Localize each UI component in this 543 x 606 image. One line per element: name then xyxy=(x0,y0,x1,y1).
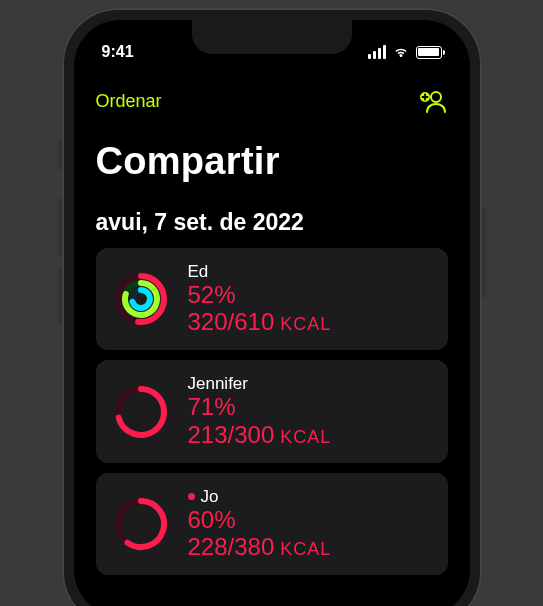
activity-rings xyxy=(112,383,170,441)
mute-switch xyxy=(58,138,62,170)
friend-info: Ed52%320/610KCAL xyxy=(188,262,332,336)
volume-up-button xyxy=(58,198,62,256)
unit-label: KCAL xyxy=(280,539,331,560)
activity-rings-icon xyxy=(112,383,170,441)
move-progress: 213/300KCAL xyxy=(188,421,332,449)
friend-name: Jo xyxy=(188,487,332,507)
phone-frame: 9:41 Ordenar xyxy=(62,8,482,606)
move-percent: 60% xyxy=(188,507,332,533)
activity-rings xyxy=(112,495,170,553)
friend-card[interactable]: Jo60%228/380KCAL xyxy=(96,473,448,575)
friend-name-label: Ed xyxy=(188,262,209,282)
status-time: 9:41 xyxy=(102,43,162,61)
volume-down-button xyxy=(58,268,62,326)
move-progress: 320/610KCAL xyxy=(188,308,332,336)
activity-rings-icon xyxy=(112,270,170,328)
move-progress: 228/380KCAL xyxy=(188,533,332,561)
friend-card[interactable]: Ed52%320/610KCAL xyxy=(96,248,448,350)
date-label: avui, 7 set. de 2022 xyxy=(96,209,448,236)
status-indicators xyxy=(368,45,442,59)
screen: 9:41 Ordenar xyxy=(74,20,470,606)
activity-rings xyxy=(112,270,170,328)
move-progress-value: 213/300 xyxy=(188,421,275,449)
move-percent: 71% xyxy=(188,394,332,420)
page-title: Compartir xyxy=(96,140,448,183)
move-progress-value: 320/610 xyxy=(188,308,275,336)
power-button xyxy=(482,208,486,298)
nav-bar: Ordenar xyxy=(96,86,448,116)
friend-info: Jo60%228/380KCAL xyxy=(188,487,332,561)
add-friend-icon[interactable] xyxy=(418,86,448,116)
friend-name-label: Jo xyxy=(201,487,219,507)
notch xyxy=(192,20,352,54)
me-indicator-dot xyxy=(188,493,195,500)
friend-name: Jennifer xyxy=(188,374,332,394)
friend-name: Ed xyxy=(188,262,332,282)
friends-list: Ed52%320/610KCALJennifer71%213/300KCALJo… xyxy=(96,248,448,575)
friend-name-label: Jennifer xyxy=(188,374,248,394)
activity-rings-icon xyxy=(112,495,170,553)
svg-point-0 xyxy=(431,92,441,102)
wifi-icon xyxy=(392,45,410,59)
unit-label: KCAL xyxy=(280,427,331,448)
cellular-signal-icon xyxy=(368,45,386,59)
friend-info: Jennifer71%213/300KCAL xyxy=(188,374,332,448)
move-progress-value: 228/380 xyxy=(188,533,275,561)
move-percent: 52% xyxy=(188,282,332,308)
friend-card[interactable]: Jennifer71%213/300KCAL xyxy=(96,360,448,462)
battery-icon xyxy=(416,46,442,59)
unit-label: KCAL xyxy=(280,314,331,335)
sort-button[interactable]: Ordenar xyxy=(96,91,162,112)
